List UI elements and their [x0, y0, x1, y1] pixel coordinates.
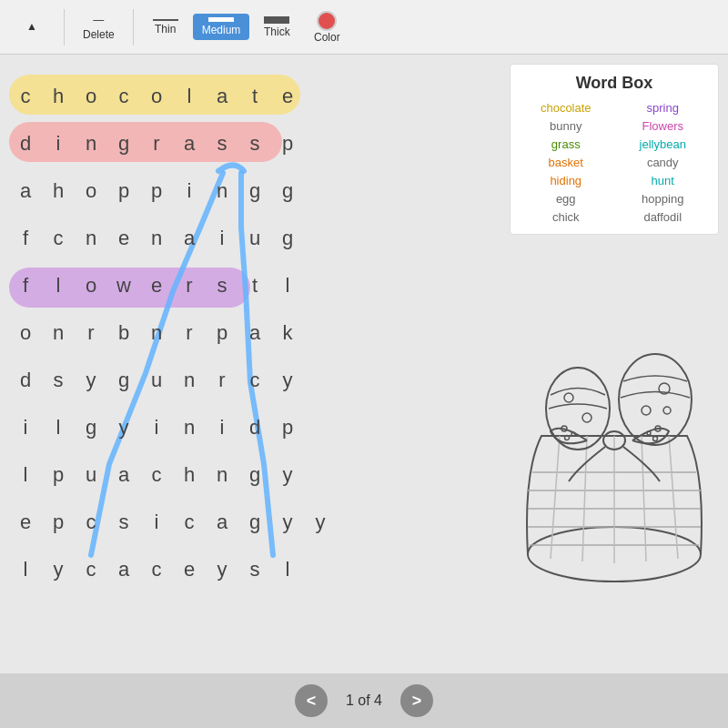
grid-cell: g: [271, 167, 304, 215]
next-button[interactable]: >: [400, 684, 433, 717]
word-item: bunny: [520, 118, 612, 134]
grid-cell: [369, 73, 402, 120]
grid-cell: [369, 215, 402, 262]
thick-button[interactable]: Thick: [254, 13, 299, 42]
undo-icon: ▲: [26, 20, 37, 33]
svg-point-27: [647, 431, 651, 435]
toolbar-separator-2: [133, 9, 134, 46]
grid-cell: a: [238, 309, 271, 357]
grid-cell: i: [140, 499, 173, 546]
nav-bar: < 1 of 4 >: [0, 673, 728, 728]
grid-cell: h: [42, 73, 75, 120]
grid-cell: u: [75, 451, 107, 499]
svg-point-19: [642, 406, 651, 415]
grid-cell: [369, 262, 402, 309]
svg-point-26: [653, 437, 658, 441]
grid-cell: [369, 309, 402, 357]
grid-cell: n: [140, 309, 173, 357]
grid-cell: i: [42, 120, 75, 167]
grid-cell: n: [206, 167, 238, 215]
grid-cell: e: [140, 262, 173, 309]
word-item: spring: [617, 100, 710, 116]
grid-cell: s: [107, 499, 140, 546]
grid-cell: p: [140, 167, 173, 215]
svg-point-20: [663, 407, 671, 414]
grid-cell: [337, 120, 369, 167]
grid-cell: n: [173, 357, 206, 404]
grid-cell: [369, 167, 402, 215]
grid-cell: [304, 262, 337, 309]
svg-point-16: [582, 413, 592, 422]
grid-cell: c: [140, 546, 173, 593]
grid-cell: a: [206, 73, 238, 120]
grid-cell: s: [206, 262, 238, 309]
grid-cell: l: [271, 546, 304, 593]
grid-cell: d: [9, 120, 42, 167]
grid-cell: t: [238, 73, 271, 120]
svg-line-9: [551, 436, 560, 559]
grid-cell: i: [173, 167, 206, 215]
medium-icon: [208, 17, 234, 22]
grid-cell: g: [75, 404, 107, 451]
grid-cell: p: [42, 499, 75, 546]
grid-cell: r: [173, 309, 206, 357]
thin-button[interactable]: Thin: [143, 15, 188, 39]
grid-cell: [369, 499, 402, 546]
grid-cell: p: [206, 309, 238, 357]
word-item: hunt: [617, 173, 710, 188]
grid-cell: [337, 73, 369, 120]
grid-cell: h: [42, 167, 75, 215]
grid-cell: y: [206, 546, 238, 593]
right-panel: Word Box chocolatebunnygrassbaskethiding…: [500, 55, 728, 673]
grid-cell: g: [238, 167, 271, 215]
grid-cell: [337, 546, 369, 593]
grid-cell: c: [140, 451, 173, 499]
grid-cell: y: [75, 357, 107, 404]
color-button[interactable]: Color: [304, 7, 349, 47]
color-label: Color: [314, 31, 340, 44]
delete-button[interactable]: — Delete: [74, 10, 124, 45]
svg-line-10: [582, 436, 587, 561]
delete-label: Delete: [83, 28, 115, 41]
thin-icon: [153, 19, 178, 21]
grid-cell: i: [206, 215, 238, 262]
grid-cell: [337, 404, 369, 451]
grid-cell: s: [42, 357, 75, 404]
grid-cell: n: [75, 215, 107, 262]
grid-cell: [369, 120, 402, 167]
svg-point-23: [565, 436, 570, 440]
grid-cell: u: [238, 215, 271, 262]
grid-cell: [337, 167, 369, 215]
toolbar: ▲ — Delete Thin Medium Thick Color: [0, 0, 728, 55]
grid-cell: l: [173, 73, 206, 120]
grid-cell: o: [140, 73, 173, 120]
svg-point-17: [619, 354, 692, 445]
grid-cell: [337, 357, 369, 404]
svg-point-15: [564, 393, 573, 402]
grid-cell: c: [75, 546, 107, 593]
grid-cell: l: [42, 262, 75, 309]
grid-cell: s: [238, 120, 271, 167]
grid-cell: a: [206, 499, 238, 546]
medium-button[interactable]: Medium: [193, 14, 250, 40]
grid-cell: c: [173, 499, 206, 546]
grid-cell: a: [173, 215, 206, 262]
grid-cell: [369, 546, 402, 593]
grid-cell: [304, 120, 337, 167]
word-item: daffodil: [617, 209, 710, 225]
grid-cell: c: [107, 73, 140, 120]
grid-cell: a: [107, 451, 140, 499]
color-circle-icon: [317, 11, 337, 31]
undo-button[interactable]: ▲: [9, 16, 55, 38]
grid-cell: [369, 404, 402, 451]
word-grid: chocolatedingrasspahoppinggfcnenaiugflow…: [9, 73, 491, 593]
prev-button[interactable]: <: [295, 684, 328, 717]
delete-icon: —: [93, 14, 104, 26]
grid-cell: [304, 546, 337, 593]
grid-cell: l: [9, 451, 42, 499]
grid-cell: e: [9, 499, 42, 546]
grid-cell: o: [75, 73, 107, 120]
word-box-title: Word Box: [520, 74, 709, 93]
grid-cell: e: [107, 215, 140, 262]
word-item: egg: [520, 191, 612, 207]
